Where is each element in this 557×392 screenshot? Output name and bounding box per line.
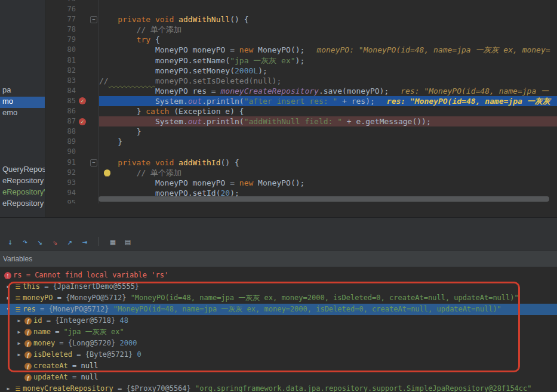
line-number[interactable]: 88	[45, 126, 76, 137]
expand-arrow-icon[interactable]: ▼	[4, 304, 13, 315]
fold-toggle-icon[interactable]: −	[90, 159, 97, 166]
project-tree-item[interactable]: eRepository	[0, 199, 45, 210]
code-text[interactable]: // 单个添加	[99, 168, 557, 178]
gutter-icon-slot[interactable]	[76, 188, 89, 198]
layout-settings-icon[interactable]: ▤	[121, 236, 134, 248]
code-text[interactable]: System.out.println("after insert res: " …	[99, 96, 557, 106]
code-text[interactable]: private void addWithId() {	[99, 158, 557, 168]
code-text[interactable]: }	[99, 137, 557, 147]
code-text[interactable]	[99, 4, 557, 14]
code-text[interactable]: System.out.println("addWithNull field: "…	[99, 116, 557, 126]
run-to-cursor-icon[interactable]: ⇥	[78, 236, 91, 248]
code-text[interactable]: } catch (Exception e) {	[99, 106, 557, 116]
gutter-icon-slot[interactable]: ✓	[76, 116, 89, 126]
line-number[interactable]: 82	[45, 66, 76, 76]
gutter-icon-slot[interactable]	[76, 24, 89, 35]
code-text[interactable]: MoneyPO res = moneyCreateRepository.save…	[99, 86, 557, 96]
line-number[interactable]: 83	[45, 76, 76, 86]
expand-arrow-icon[interactable]: ▶	[14, 326, 24, 338]
code-text[interactable]: // 单个添加	[99, 24, 557, 35]
expand-arrow-icon[interactable]: ▶	[4, 383, 13, 392]
expand-arrow-icon[interactable]: ▶	[14, 315, 24, 326]
variable-row[interactable]: !rs = Cannot find local variable 'rs'	[0, 270, 557, 281]
variable-row[interactable]: ▼☰res = {MoneyPO@5712} "MoneyPO(id=48, n…	[0, 304, 557, 315]
code-text[interactable]: private void addWithNull() {	[99, 14, 557, 24]
breakpoint-icon[interactable]: ✓	[79, 97, 86, 104]
line-number[interactable]: 86	[45, 106, 76, 116]
variable-row[interactable]: ▶☰moneyPO = {MoneyPO@5712} "MoneyPO(id=4…	[0, 292, 557, 304]
variable-row[interactable]: ▶fisDeleted = {Byte@5721} 0	[0, 349, 557, 360]
variable-row[interactable]: fupdateAt = null	[0, 372, 557, 383]
gutter-icon-slot[interactable]	[76, 137, 89, 147]
expand-arrow-icon[interactable]: ▶	[14, 338, 24, 349]
line-number[interactable]: 91	[45, 158, 76, 168]
line-number[interactable]: 77	[45, 14, 76, 24]
expand-arrow-icon[interactable]: ▶	[4, 292, 13, 304]
code-text[interactable]: try {	[99, 35, 557, 45]
force-step-into-icon[interactable]: ⇘	[48, 236, 61, 248]
variable-row[interactable]: ▶☰this = {JpaInsertDemo@5555}	[0, 281, 557, 292]
gutter-icon-slot[interactable]	[76, 76, 89, 86]
variable-row[interactable]: ▶☰moneyCreateRepository = {$Proxy70@5564…	[0, 383, 557, 392]
project-tree-item[interactable]: pa	[0, 85, 45, 97]
breakpoint-icon[interactable]: ✓	[79, 118, 86, 125]
gutter-icon-slot[interactable]	[76, 14, 89, 24]
gutter-icon-slot[interactable]	[76, 178, 89, 188]
code-text[interactable]: MoneyPO moneyPO = new MoneyPO();moneyPO:…	[99, 45, 557, 55]
expand-arrow-icon[interactable]: ▶	[14, 349, 24, 360]
gutter-icon-slot[interactable]	[76, 198, 89, 203]
line-number[interactable]: 78	[45, 24, 76, 35]
gutter-icon-slot[interactable]	[76, 126, 89, 137]
gutter-icon-slot[interactable]	[76, 147, 89, 157]
code-text[interactable]	[99, 0, 557, 4]
line-number[interactable]: 84	[45, 86, 76, 96]
variable-row[interactable]: fcreateAt = null	[0, 360, 557, 372]
variable-row[interactable]: ▶fid = {Integer@5718} 48	[0, 315, 557, 326]
gutter-icon-slot[interactable]	[76, 0, 89, 4]
gutter-icon-slot[interactable]: ✓	[76, 96, 89, 106]
code-text[interactable]: // moneyPO.setIsDeleted(null);	[99, 76, 557, 86]
intention-bulb-icon[interactable]	[104, 169, 110, 176]
project-tree-item[interactable]: mo	[0, 97, 45, 108]
step-into-icon[interactable]: ↘	[33, 236, 47, 248]
project-tree-item[interactable]: emo	[0, 108, 45, 119]
line-number[interactable]: 90	[45, 147, 76, 157]
line-number[interactable]: 76	[45, 4, 76, 14]
editor-horizontal-scrollbar[interactable]	[99, 196, 555, 202]
project-tree-item[interactable]: eRepository	[0, 176, 45, 187]
gutter-icon-slot[interactable]	[76, 106, 89, 116]
gutter-icon-slot[interactable]	[76, 158, 89, 168]
code-text[interactable]	[99, 147, 557, 157]
expand-arrow-icon[interactable]: ▶	[4, 281, 13, 292]
project-tree-item[interactable]: QueryReposi	[0, 165, 45, 176]
code-text[interactable]: moneyPO.setMoney(2000L);	[99, 66, 557, 76]
line-number[interactable]: 89	[45, 137, 76, 147]
line-number[interactable]: 92	[45, 168, 76, 178]
gutter-icon-slot[interactable]	[76, 55, 89, 66]
gutter-icon-slot[interactable]	[76, 86, 89, 96]
line-number[interactable]: 79	[45, 35, 76, 45]
line-number[interactable]: 80	[45, 45, 76, 55]
evaluate-expression-icon[interactable]: ▦	[106, 236, 119, 248]
variable-row[interactable]: ▶fname = "jpa 一灰灰 ex"	[0, 326, 557, 338]
fold-toggle-icon[interactable]: −	[90, 16, 97, 23]
code-text[interactable]: }	[99, 126, 557, 137]
step-over-icon[interactable]: ↷	[19, 236, 32, 248]
step-out-icon[interactable]: ↗	[63, 236, 76, 248]
line-number[interactable]: 87	[45, 116, 76, 126]
line-number[interactable]: 94	[45, 188, 76, 198]
gutter-icon-slot[interactable]	[76, 45, 89, 55]
variable-row[interactable]: ▶fmoney = {Long@5720} 2000	[0, 338, 557, 349]
line-number[interactable]: 95	[45, 198, 76, 203]
gutter-icon-slot[interactable]	[76, 35, 89, 45]
gutter-icon-slot[interactable]	[76, 4, 89, 14]
gutter-icon-slot[interactable]	[76, 66, 89, 76]
code-text[interactable]: moneyPO.setName("jpa 一灰灰 ex");	[99, 55, 557, 66]
line-number[interactable]: 85	[45, 96, 76, 106]
line-number[interactable]: 93	[45, 178, 76, 188]
code-text[interactable]: MoneyPO moneyPO = new MoneyPO();	[99, 178, 557, 188]
show-execution-point-icon[interactable]: ↓	[4, 236, 17, 248]
project-tree-item[interactable]: eRepositoryV	[0, 187, 45, 199]
line-number[interactable]: 81	[45, 55, 76, 66]
line-number[interactable]: 75	[45, 0, 76, 4]
